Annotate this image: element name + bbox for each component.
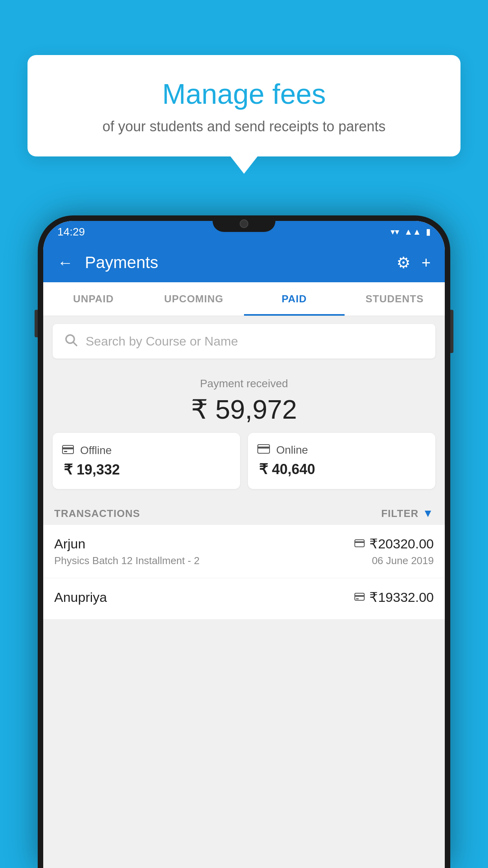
tabs-bar: UNPAID UPCOMING PAID STUDENTS (43, 282, 445, 316)
status-time: 14:29 (57, 226, 85, 238)
payment-received-label: Payment received (43, 377, 445, 390)
transactions-header: TRANSACTIONS FILTER ▼ (43, 500, 445, 524)
transaction-amount: ₹19332.00 (369, 589, 434, 605)
transaction-description: Physics Batch 12 Installment - 2 (54, 555, 200, 567)
status-icons: ▾▾ ▲▲ ▮ (391, 227, 431, 237)
transaction-name: Arjun (54, 536, 85, 552)
app-title: Payments (85, 253, 385, 272)
svg-line-1 (73, 342, 77, 345)
back-button[interactable]: ← (57, 254, 73, 272)
svg-rect-10 (355, 595, 364, 597)
svg-rect-5 (258, 445, 270, 453)
app-bar: ← Payments ⚙ + (43, 243, 445, 282)
online-amount: ₹ 40,640 (257, 461, 426, 478)
tooltip-card: Manage fees of your students and send re… (28, 55, 460, 156)
online-payment-card: Online ₹ 40,640 (248, 433, 435, 489)
svg-rect-2 (62, 445, 73, 454)
filter-label: FILTER (381, 508, 418, 520)
payment-received-amount: ₹ 59,972 (43, 394, 445, 425)
settings-button[interactable]: ⚙ (396, 254, 411, 272)
add-button[interactable]: + (422, 254, 431, 272)
tooltip-title: Manage fees (47, 79, 441, 110)
wifi-icon: ▾▾ (391, 227, 399, 237)
svg-rect-11 (356, 598, 359, 600)
svg-rect-6 (258, 447, 270, 449)
phone-notch (213, 215, 275, 232)
tab-students[interactable]: STUDENTS (345, 282, 445, 316)
search-placeholder: Search by Course or Name (86, 334, 238, 349)
tab-paid[interactable]: PAID (244, 282, 345, 316)
payment-received-section: Payment received ₹ 59,972 (43, 366, 445, 433)
transaction-card-icon (354, 538, 365, 550)
transaction-amount: ₹20320.00 (369, 536, 434, 552)
content-area: Search by Course or Name Payment receive… (43, 316, 445, 619)
transactions-label: TRANSACTIONS (54, 508, 140, 520)
filter-icon: ▼ (422, 507, 434, 520)
transaction-name: Anupriya (54, 590, 107, 605)
svg-rect-4 (64, 451, 67, 452)
battery-icon: ▮ (426, 227, 431, 237)
tooltip-subtitle: of your students and send receipts to pa… (47, 118, 441, 135)
svg-rect-3 (62, 447, 73, 449)
transaction-item[interactable]: Anupriya ₹19332.00 (43, 578, 445, 619)
app-bar-actions: ⚙ + (396, 254, 431, 272)
phone-frame: 14:29 ▾▾ ▲▲ ▮ ← Payments ⚙ + UNPAID UPCO… (38, 215, 450, 868)
offline-label: Offline (80, 444, 112, 457)
transaction-item[interactable]: Arjun ₹20320.00 Physics Batch 12 Install… (43, 524, 445, 578)
offline-icon (62, 444, 74, 457)
search-bar[interactable]: Search by Course or Name (53, 324, 435, 359)
offline-payment-card: Offline ₹ 19,332 (53, 433, 240, 489)
signal-icon: ▲▲ (404, 227, 421, 237)
search-icon (64, 333, 78, 350)
tab-unpaid[interactable]: UNPAID (43, 282, 144, 316)
power-button (450, 310, 453, 353)
phone-screen: 14:29 ▾▾ ▲▲ ▮ ← Payments ⚙ + UNPAID UPCO… (43, 221, 445, 868)
transaction-date: 06 June 2019 (372, 555, 434, 567)
svg-rect-8 (355, 541, 364, 543)
tab-upcoming[interactable]: UPCOMING (144, 282, 244, 316)
camera (240, 219, 248, 228)
transaction-offline-icon (354, 591, 365, 603)
payment-cards-row: Offline ₹ 19,332 Online (43, 433, 445, 500)
volume-button (35, 310, 38, 337)
online-label: Online (276, 444, 308, 456)
online-icon (257, 444, 270, 456)
filter-button[interactable]: FILTER ▼ (381, 507, 434, 520)
offline-amount: ₹ 19,332 (62, 462, 231, 478)
svg-rect-7 (355, 540, 364, 547)
